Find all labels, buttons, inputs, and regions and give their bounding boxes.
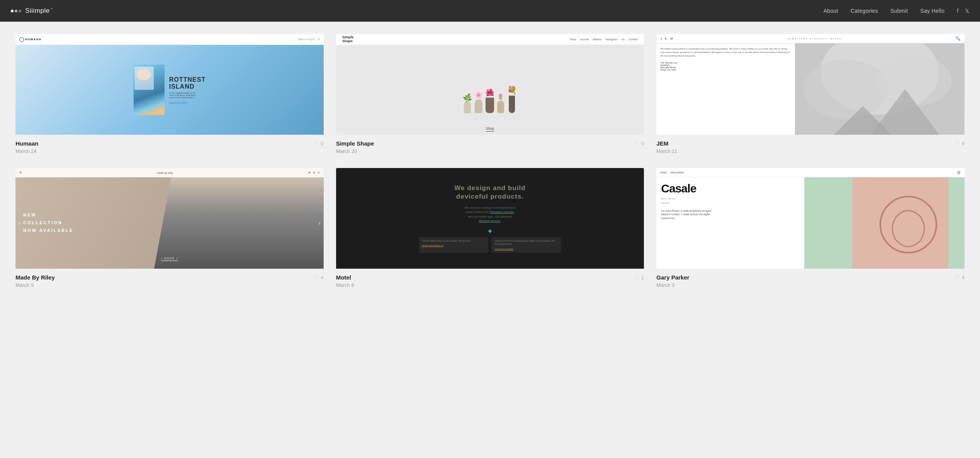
- logo-area: Siiimple™: [11, 7, 53, 15]
- like-count: 4: [321, 274, 323, 280]
- svg-rect-7: [852, 177, 948, 269]
- card-humaan[interactable]: HUMAAN Start a Project ☰ ROTTNESTISLAND …: [15, 34, 324, 156]
- heart-icon: ♡: [314, 274, 319, 280]
- logo-icon: [11, 10, 21, 12]
- heart-icon: ♡: [955, 274, 960, 280]
- card-info-made-by-riley: Made By Riley March 9 ♡ 4: [15, 269, 324, 290]
- main-content: HUMAAN Start a Project ☰ ROTTNESTISLAND …: [0, 22, 980, 302]
- card-gary-parker[interactable]: WorkInformation ☰ Casale Brand IdentityW…: [656, 168, 965, 290]
- heart-icon: ♡: [634, 140, 639, 146]
- card-like[interactable]: ♡ 0: [314, 140, 323, 146]
- like-count: 1: [641, 274, 644, 280]
- facebook-icon[interactable]: f: [957, 8, 958, 14]
- card-made-by-riley[interactable]: ☰ made by riley ⊕⊕⊙ NEWCOLLECTIONNOW AVA…: [15, 168, 324, 290]
- heart-icon: ♡: [955, 140, 960, 146]
- card-date: March 24: [15, 148, 38, 154]
- nav-submit[interactable]: Submit: [890, 8, 908, 14]
- svg-point-2: [803, 59, 888, 118]
- like-count: 4: [962, 274, 965, 280]
- heart-icon: ♡: [314, 140, 319, 146]
- card-title: Simple Shape: [336, 140, 374, 147]
- nav-categories[interactable]: Categories: [851, 8, 878, 14]
- card-title: Made By Riley: [15, 274, 55, 281]
- card-like[interactable]: ♡ 4: [955, 274, 965, 280]
- social-links: f 𝕏: [957, 8, 969, 14]
- thumbnail-made-by-riley: ☰ made by riley ⊕⊕⊙ NEWCOLLECTIONNOW AVA…: [15, 168, 324, 269]
- cards-grid: HUMAAN Start a Project ☰ ROTTNESTISLAND …: [15, 34, 965, 290]
- card-title: Motel: [336, 274, 354, 281]
- nav-about[interactable]: About: [824, 8, 838, 14]
- thumbnail-humaan: HUMAAN Start a Project ☰ ROTTNESTISLAND …: [15, 34, 324, 135]
- card-info-gary-parker: Gary Parker March 3 ♡ 4: [656, 269, 965, 290]
- card-title: JEM: [656, 140, 677, 147]
- thumbnail-jem: J E M JEWELLERY ETHICALLY MINED 🔍 We bel…: [656, 34, 965, 135]
- like-count: 0: [641, 141, 644, 146]
- card-date: March 20: [336, 148, 374, 154]
- card-info-simple-shape: Simple Shape March 20 ♡ 0: [336, 135, 644, 156]
- svg-point-3: [875, 55, 952, 106]
- card-date: March 6: [336, 282, 354, 288]
- card-date: March 9: [15, 282, 55, 288]
- logo-name: Siiimple: [25, 7, 50, 14]
- card-like[interactable]: ♡ 4: [314, 274, 323, 280]
- heart-icon: ♡: [634, 274, 639, 280]
- card-like[interactable]: ♡ 0: [634, 140, 644, 146]
- thumbnail-gary-parker: WorkInformation ☰ Casale Brand IdentityW…: [656, 168, 965, 269]
- header: Siiimple™ About Categories Submit Say He…: [0, 0, 980, 22]
- card-title: Gary Parker: [656, 274, 689, 281]
- card-title: Humaan: [15, 140, 38, 147]
- card-jem[interactable]: J E M JEWELLERY ETHICALLY MINED 🔍 We bel…: [656, 34, 965, 156]
- main-nav: About Categories Submit Say Hello f 𝕏: [824, 8, 969, 14]
- logo-text: Siiimple™: [25, 7, 53, 15]
- thumbnail-motel: We design and builddeviceful products. W…: [336, 168, 644, 269]
- card-like[interactable]: ♡ 1: [634, 274, 644, 280]
- like-count: 0: [321, 141, 323, 146]
- card-simple-shape[interactable]: SimpleShape ShopJournalMakersInstagramUs…: [336, 34, 644, 156]
- like-count: 4: [962, 141, 965, 146]
- nav-say-hello[interactable]: Say Hello: [920, 8, 945, 14]
- logo-tm: ™: [50, 7, 53, 11]
- card-info-jem: JEM March 11 ♡ 4: [656, 135, 965, 156]
- card-motel[interactable]: We design and builddeviceful products. W…: [336, 168, 644, 290]
- card-date: March 11: [656, 148, 677, 154]
- thumbnail-simple-shape: SimpleShape ShopJournalMakersInstagramUs…: [336, 34, 644, 135]
- card-like[interactable]: ♡ 4: [955, 140, 965, 146]
- twitter-icon[interactable]: 𝕏: [965, 8, 969, 14]
- card-info-motel: Motel March 6 ♡ 1: [336, 269, 644, 290]
- card-date: March 3: [656, 282, 689, 288]
- card-info-humaan: Humaan March 24 ♡ 0: [15, 135, 324, 156]
